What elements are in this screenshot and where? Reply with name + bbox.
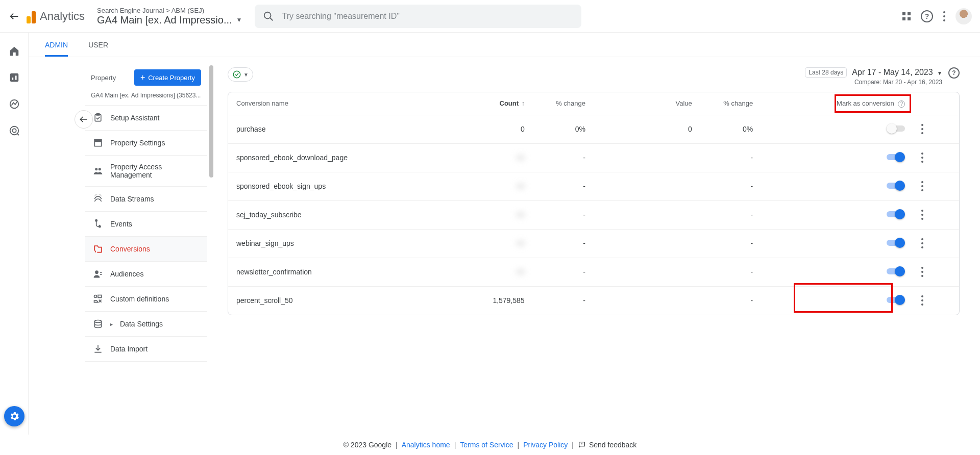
- collapse-panel-button[interactable]: [75, 110, 93, 129]
- cell-conversion-name[interactable]: percent_scroll_50: [228, 286, 457, 315]
- row-more-menu[interactable]: [921, 124, 951, 134]
- back-button[interactable]: [8, 10, 20, 22]
- product-logo-wrap[interactable]: Analytics: [27, 9, 85, 23]
- col-count-change[interactable]: % change: [533, 92, 594, 115]
- advertising-icon[interactable]: [8, 124, 20, 137]
- more-menu-icon[interactable]: [943, 11, 945, 21]
- cell-value: [594, 200, 700, 229]
- footer-copyright: © 2023 Google: [344, 441, 391, 449]
- cell-row-actions: [913, 172, 959, 200]
- cell-mark-toggle: [761, 229, 913, 258]
- svg-point-18: [233, 71, 240, 78]
- sidebar-item-label: Data Import: [110, 345, 148, 353]
- admin-settings-button[interactable]: [4, 406, 24, 426]
- row-more-menu[interactable]: [921, 153, 951, 163]
- home-icon[interactable]: [8, 45, 20, 57]
- setup-assistant-icon: [93, 113, 103, 123]
- help-tooltip-icon[interactable]: ?: [898, 100, 905, 108]
- mark-conversion-toggle[interactable]: [887, 238, 905, 248]
- footer-analytics-home[interactable]: Analytics home: [402, 441, 450, 449]
- search-input[interactable]: Try searching "measurement ID": [255, 5, 581, 28]
- property-id-label[interactable]: GA4 Main [ex. Ad Impressions] (35623...: [85, 90, 207, 105]
- col-value[interactable]: Value: [594, 92, 700, 115]
- footer-privacy[interactable]: Privacy Policy: [523, 441, 568, 449]
- top-bar-actions: ?: [902, 8, 972, 24]
- sidebar-item-label: Data Streams: [110, 195, 154, 203]
- property-access-management-icon: [93, 166, 103, 176]
- audiences-icon: [93, 269, 103, 279]
- table-row: sponsored_ebook_sign_ups00--: [228, 172, 959, 200]
- tab-admin[interactable]: ADMIN: [45, 41, 68, 57]
- events-icon: [93, 219, 103, 229]
- date-range-picker[interactable]: Apr 17 - May 14, 2023 ▼: [852, 68, 942, 77]
- cell-conversion-name[interactable]: newsletter_confirmation: [228, 258, 457, 286]
- explore-icon[interactable]: [8, 98, 20, 110]
- sidebar-item-property-settings[interactable]: Property Settings: [85, 131, 207, 156]
- cell-mark-toggle: [761, 200, 913, 229]
- svg-rect-16: [98, 295, 102, 298]
- cell-value-change: -: [700, 286, 761, 315]
- row-more-menu[interactable]: [921, 238, 951, 248]
- cell-conversion-name[interactable]: webinar_sign_ups: [228, 229, 457, 258]
- account-avatar[interactable]: [955, 8, 972, 24]
- cell-count: 1,579,585: [457, 286, 533, 315]
- mark-conversion-toggle[interactable]: [887, 266, 905, 276]
- footer-tos[interactable]: Terms of Service: [460, 441, 513, 449]
- mark-conversion-toggle[interactable]: [887, 181, 905, 191]
- create-property-label: Create Property: [148, 74, 195, 82]
- svg-rect-1: [10, 73, 18, 82]
- feedback-icon: [578, 441, 586, 449]
- row-more-menu[interactable]: [921, 267, 951, 277]
- sidebar-item-label: Custom definitions: [110, 295, 169, 303]
- sidebar-item-setup-assistant[interactable]: Setup Assistant: [85, 106, 207, 131]
- content: ADMIN USER Property + Create Property GA…: [29, 33, 980, 435]
- property-label: Property: [91, 74, 116, 82]
- sidebar-item-data-streams[interactable]: Data Streams: [85, 187, 207, 212]
- sidebar-item-data-settings[interactable]: ▸Data Settings: [85, 312, 207, 337]
- footer-send-feedback[interactable]: Send feedback: [578, 441, 636, 449]
- apps-icon[interactable]: [902, 12, 911, 20]
- col-conversion-name[interactable]: Conversion name: [228, 92, 457, 115]
- cell-conversion-name[interactable]: sponsored_ebook_sign_ups: [228, 172, 457, 200]
- date-preset-chip[interactable]: Last 28 days: [805, 67, 847, 78]
- mark-conversion-toggle[interactable]: [887, 209, 905, 219]
- mark-conversion-toggle[interactable]: [887, 295, 905, 305]
- table-row: webinar_sign_ups00--: [228, 229, 959, 258]
- sidebar-item-events[interactable]: Events: [85, 212, 207, 237]
- tab-user[interactable]: USER: [88, 41, 108, 57]
- mark-conversion-toggle[interactable]: [887, 152, 905, 162]
- cell-mark-toggle: [761, 115, 913, 143]
- help-icon[interactable]: ?: [948, 67, 960, 79]
- chevron-down-icon: ▼: [236, 16, 242, 23]
- sidebar-item-label: Property Access Management: [110, 163, 199, 179]
- mark-conversion-toggle[interactable]: [887, 123, 905, 134]
- reports-icon[interactable]: [8, 71, 20, 84]
- help-icon[interactable]: ?: [921, 10, 933, 22]
- property-picker[interactable]: Search Engine Journal > ABM (SEJ) GA4 Ma…: [97, 7, 242, 26]
- row-more-menu[interactable]: [921, 210, 951, 220]
- row-more-menu[interactable]: [921, 181, 951, 191]
- cell-value: [594, 286, 700, 315]
- svg-point-15: [94, 295, 97, 298]
- cell-value-change: -: [700, 258, 761, 286]
- cell-conversion-name[interactable]: sponsored_ebook_download_page: [228, 143, 457, 172]
- cell-conversion-name[interactable]: purchase: [228, 115, 457, 143]
- col-count[interactable]: Count ↑: [457, 92, 533, 115]
- analytics-logo-icon: [27, 9, 36, 23]
- svg-rect-2: [12, 78, 13, 80]
- cell-row-actions: [913, 143, 959, 172]
- cell-value-change: -: [700, 143, 761, 172]
- sidebar-item-custom-definitions[interactable]: Custom definitions: [85, 287, 207, 312]
- cell-conversion-name[interactable]: sej_today_subscribe: [228, 200, 457, 229]
- sidebar-item-audiences[interactable]: Audiences: [85, 262, 207, 287]
- status-filter-chip[interactable]: ▼: [228, 67, 253, 82]
- create-property-button[interactable]: + Create Property: [134, 69, 201, 86]
- sidebar-item-property-access-management[interactable]: Property Access Management: [85, 156, 207, 187]
- sidebar-item-conversions[interactable]: Conversions: [85, 237, 207, 262]
- cell-count-change: -: [533, 143, 594, 172]
- row-more-menu[interactable]: [921, 295, 951, 306]
- col-value-change[interactable]: % change: [700, 92, 761, 115]
- sidebar-item-data-import[interactable]: Data Import: [85, 337, 207, 362]
- svg-point-10: [95, 168, 97, 170]
- footer: © 2023 Google | Analytics home | Terms o…: [0, 435, 980, 455]
